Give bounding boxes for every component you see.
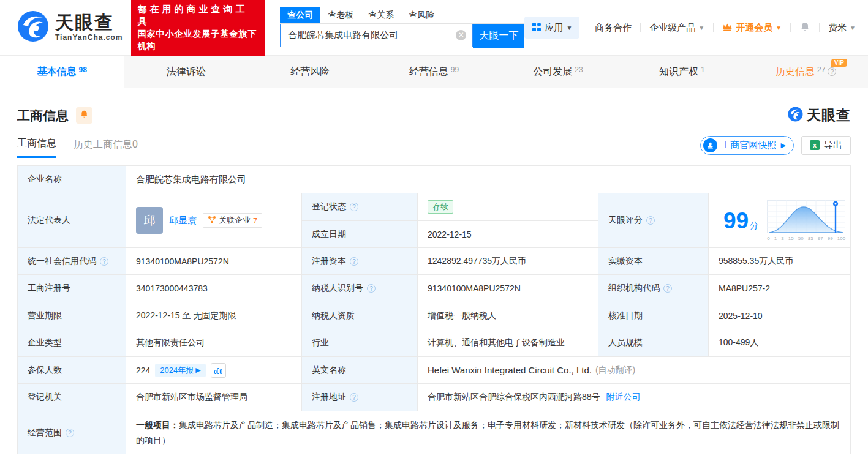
company-name-label: 企业名称 <box>18 166 126 193</box>
notifications-button[interactable] <box>797 21 813 34</box>
promo-line2: 国家中小企业发展子基金旗下机构 <box>137 28 259 52</box>
avatar[interactable]: 邱 <box>136 207 163 234</box>
credit-code-label: 统一社会信用代码? <box>18 248 126 275</box>
arrow-right-icon: ▶ <box>195 366 200 374</box>
company-name-value: 合肥皖芯集成电路有限公司 <box>126 166 850 193</box>
search-tab-risk[interactable]: 查风险 <box>401 7 442 23</box>
divider <box>819 23 820 32</box>
promo-banner: 都在用的商业查询工具 国家中小企业发展子基金旗下机构 <box>131 0 265 56</box>
tab-business-info[interactable]: 经营信息99 <box>372 56 496 88</box>
taxpayer-id-value: 91340100MA8PU2572N <box>418 275 598 302</box>
chevron-down-icon: ▼ <box>776 24 782 31</box>
export-button[interactable]: x 导出 <box>801 136 851 155</box>
nav-business-coop[interactable]: 商务合作 <box>592 22 634 34</box>
page: 天眼查 TianYanCha.com 都在用的商业查询工具 国家中小企业发展子基… <box>0 0 868 461</box>
logo-icon <box>788 107 803 124</box>
status-badge: 存续 <box>428 200 453 214</box>
nav-app[interactable]: 应用 ▼ <box>524 17 579 39</box>
chevron-down-icon: ▼ <box>698 24 704 31</box>
help-icon[interactable]: ? <box>828 67 836 76</box>
related-companies-badge[interactable]: 关联企业 7 <box>203 213 262 228</box>
tianyancha-logo[interactable]: 天眼查 TianYanCha.com <box>17 10 123 45</box>
help-icon[interactable]: ? <box>646 216 655 225</box>
divider <box>713 23 714 32</box>
help-icon[interactable]: ? <box>663 284 672 293</box>
tab-operational-risk[interactable]: 经营风险 <box>248 56 372 88</box>
reg-address-label: 注册地址? <box>302 384 418 411</box>
subtab-row: 工商信息 历史工商信息0 工商官网快照 ▶ x 导出 <box>17 137 851 158</box>
auto-translate-note: (自动翻译) <box>595 365 635 376</box>
nearby-companies-link[interactable]: 附近公司 <box>606 392 641 403</box>
business-term-label: 营业期限 <box>18 302 126 329</box>
divider <box>586 23 586 32</box>
nav-open-vip[interactable]: 开通会员 ▼ <box>720 22 784 34</box>
scope-prefix: 一般项目： <box>136 420 179 430</box>
reg-authority-value: 合肥市新站区市场监督管理局 <box>126 384 302 411</box>
tab-intellectual-property[interactable]: 知识产权1 <box>620 56 744 88</box>
credit-code-value: 91340100MA8PU2572N <box>126 248 302 275</box>
nav-user-label: 费米 <box>828 22 847 34</box>
annual-report-link[interactable]: 2024年报 ▶ <box>155 364 205 377</box>
chevron-down-icon: ▼ <box>850 24 856 31</box>
help-icon[interactable]: ? <box>350 393 358 402</box>
subscribe-bell-button[interactable] <box>76 107 92 124</box>
paid-capital-value: 958855.35万人民币 <box>709 248 850 275</box>
nav-user-menu[interactable]: 费米 ▼ <box>826 22 858 34</box>
tab-company-development[interactable]: 公司发展23 <box>496 56 620 88</box>
industry-value: 计算机、通信和其他电子设备制造业 <box>418 329 598 357</box>
crown-icon <box>722 22 733 34</box>
score-number: 99 <box>723 209 749 232</box>
score-unit: 分 <box>750 220 758 231</box>
watermark-text: 天眼查 <box>807 106 851 125</box>
english-name-label: 英文名称 <box>302 357 418 384</box>
nav-enterprise-products[interactable]: 企业级产品 ▼ <box>647 22 707 34</box>
search-tab-company[interactable]: 查公司 <box>280 7 320 23</box>
main-tabbar: 基本信息98 法律诉讼 经营风险 经营信息99 公司发展23 知识产权1 VIP… <box>0 55 868 88</box>
help-icon[interactable]: ? <box>100 257 108 266</box>
trend-chart-button[interactable] <box>211 363 226 378</box>
paid-capital-label: 实缴资本 <box>598 248 709 275</box>
business-info-table: 企业名称 合肥皖芯集成电路有限公司 法定代表人 邱 邱显寰 <box>17 165 851 454</box>
establish-date-value: 2022-12-15 <box>418 221 598 248</box>
reg-capital-label: 注册资本? <box>302 248 418 275</box>
search-tabs: 查公司 查老板 查关系 查风险 <box>280 7 524 24</box>
help-icon[interactable]: ? <box>350 203 358 211</box>
logo-subtitle: TianYanCha.com <box>55 33 123 42</box>
section-header: 工商信息 天眼查 <box>17 106 851 125</box>
legal-rep-name-link[interactable]: 邱显寰 <box>169 215 197 227</box>
tab-history-info[interactable]: VIP 历史信息27 ? <box>744 56 868 88</box>
export-label: 导出 <box>824 140 842 151</box>
search-tab-boss[interactable]: 查老板 <box>320 7 361 23</box>
reg-number-label: 工商注册号 <box>18 275 126 302</box>
score-value[interactable]: 99 分 <box>709 193 850 248</box>
tab-legal-litigation[interactable]: 法律诉讼 <box>124 56 247 88</box>
score-distribution-chart: 01 315 5085 9799 100 <box>767 200 845 241</box>
staff-size-value: 100-499人 <box>709 329 850 357</box>
insured-value: 224 2024年报 ▶ <box>126 357 302 384</box>
official-snapshot-button[interactable]: 工商官网快照 ▶ <box>700 136 794 155</box>
excel-icon: x <box>810 140 820 150</box>
help-icon[interactable]: ? <box>350 257 358 266</box>
help-icon[interactable]: ? <box>367 284 376 293</box>
reg-capital-value: 1242892.497735万人民币 <box>418 248 598 275</box>
search-input[interactable] <box>281 24 472 47</box>
score-axis-ticks: 01 315 5085 9799 100 <box>767 236 845 241</box>
subtab-business-info[interactable]: 工商信息 <box>17 137 56 158</box>
help-icon[interactable]: ? <box>66 429 74 437</box>
arrow-right-icon: ▶ <box>781 141 786 149</box>
tab-basic-info[interactable]: 基本信息98 <box>0 56 124 88</box>
content: 工商信息 天眼查 <box>0 106 868 454</box>
chevron-down-icon: ▼ <box>566 24 572 31</box>
vip-badge: VIP <box>831 59 847 67</box>
subtab-history-business-info[interactable]: 历史工商信息0 <box>74 138 138 157</box>
approval-date-label: 核准日期 <box>598 302 709 329</box>
bell-icon <box>80 110 89 121</box>
search-tab-relation[interactable]: 查关系 <box>361 7 401 23</box>
top-nav: 应用 ▼ 商务合作 企业级产品 ▼ 开通会员 <box>524 17 858 39</box>
nav-vip-label: 开通会员 <box>736 22 772 34</box>
section-title: 工商信息 <box>17 107 69 124</box>
org-code-value: MA8PU257-2 <box>709 275 850 302</box>
network-icon <box>208 216 216 226</box>
search-button[interactable]: 天眼一下 <box>473 24 524 48</box>
reg-address-value: 合肥市新站区合肥综合保税区内西淝河路88号 附近公司 <box>418 384 850 411</box>
